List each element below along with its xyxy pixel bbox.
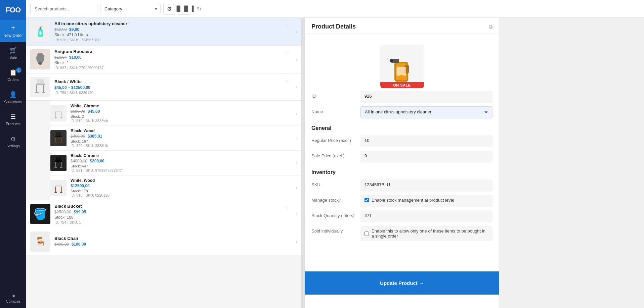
sidebar-item-label-products: Products [6,122,20,126]
svg-rect-17 [61,137,61,143]
product-name-4: Black Bucket [54,204,292,209]
variant-item-2[interactable]: Black, Wood $400,00 $385,01 Stock: 167 I… [50,126,301,151]
product-info-3: Black / White $45,00 – $12500,00 ID: 759… [54,79,292,95]
variant-arrow-3[interactable]: › [296,160,297,166]
svg-rect-7 [42,92,45,93]
name-label: Name [311,106,355,114]
sidebar-item-settings[interactable]: ⚙ Settings [0,131,26,153]
product-stock-4: Stock: 108 [54,215,292,220]
general-section-title: General [311,125,492,131]
variant-sale-4: $12500,00 [71,184,90,188]
product-item-1[interactable]: 🧴 All in one citrus upholstery cleaner $… [26,18,301,46]
svg-rect-24 [54,167,57,167]
product-item-3-group: Black / White $45,00 – $12500,00 ID: 759… [26,73,301,200]
product-item-2[interactable]: Anigram Roostera $10,94 $10,00 Stock: 1 … [26,46,301,73]
detail-header: Product Details ⧉ [305,18,499,34]
sidebar-item-orders[interactable]: 📋 Orders 1 [0,64,26,86]
category-select[interactable]: Category All Categories Cleaners Furnitu… [100,4,161,14]
new-order-button[interactable]: + New Order [0,20,26,42]
variant-item-1[interactable]: White, Chrome $699,99 $45,00 Stock: 2 ID… [50,101,301,126]
detail-row-manage-stock: Manage stock? Enable stock management at… [311,195,492,207]
external-link-icon[interactable]: ⧉ [489,24,492,30]
arrow-icon-5[interactable]: › [296,239,297,244]
detail-row-sold-individually: Sold individually Enable this to allow o… [311,226,492,241]
svg-rect-23 [61,162,61,167]
manage-stock-checkbox-label: Enable stock management at product level [372,198,454,203]
star-icon-2[interactable]: ☆ [285,50,289,56]
arrow-icon-4[interactable]: › [296,211,297,217]
svg-rect-35 [390,59,393,62]
variant-item-4[interactable]: White, Wood $12500,00 Stock: 179 ID: 818… [50,175,301,200]
product-thumb-3 [30,77,50,97]
sidebar-item-customers[interactable]: 👤 Customers [0,86,26,108]
svg-rect-21 [55,160,62,162]
product-price-1: $10,00 $9,00 [54,27,292,32]
main-area: Category All Categories Cleaners Furnitu… [26,0,644,308]
detail-row-sku: SKU 1234567BLU [311,179,492,192]
filter-button[interactable]: ⚙ [163,3,175,15]
variant-arrow-1[interactable]: › [296,111,297,116]
stock-qty-label: Stock Quantity (Liters) [311,210,355,218]
sku-value[interactable]: 1234567BLU [360,179,492,192]
chair-variant-3 [52,156,65,170]
star-icon-3[interactable]: ☆ [285,78,289,84]
arrow-icon-1[interactable]: › [296,29,297,34]
detail-row-stock-qty: Stock Quantity (Liters) 471 [311,210,492,222]
sidebar-item-label-sale: Sale [9,55,17,59]
refresh-button[interactable]: ↻ [193,3,205,15]
manage-stock-value: Enable stock management at product level [360,195,492,207]
variant-stock-1: Stock: 2 [71,114,292,118]
variant-arrow-4[interactable]: › [296,185,297,191]
sold-individually-checkbox-row: Enable this to allow only one of these i… [364,228,488,239]
product-thumb-5: 🪑 [30,232,50,252]
orders-icon: 📋 [9,69,17,76]
app-logo: FOO [0,0,26,20]
variant-item-3[interactable]: Black, Chrome $4000,00 $200,00 Stock: 44… [50,151,301,175]
product-price-5: $400,00 $100,00 [54,242,292,247]
product-item-3[interactable]: Black / White $45,00 – $12500,00 ID: 759… [26,73,301,101]
sale-price-4: $99,95 [74,210,86,214]
manage-stock-checkbox[interactable] [364,198,369,202]
barcode-button[interactable]: ▐▌▐▌▐ [178,3,190,15]
sale-price-5: $100,00 [72,242,86,247]
svg-rect-29 [61,187,61,192]
variant-meta-2: ID: 820 | SKU: 3333blk [71,144,292,148]
product-image-2 [32,51,48,67]
update-product-button[interactable]: Update Product → [311,277,492,289]
sidebar-item-products[interactable]: ☰ Products [0,108,26,131]
sold-individually-checkbox-label: Enable this to allow only one of these i… [372,228,488,239]
svg-rect-13 [60,117,62,118]
regular-price-value[interactable]: 10 [360,135,492,147]
product-item-5[interactable]: 🪑 Black Chair $400,00 $100,00 › [26,228,301,255]
product-info-5: Black Chair $400,00 $100,00 [54,236,292,247]
collapse-icon: ◀ [12,294,14,298]
name-value[interactable]: All in one citrus upholstery cleaner ★ [360,106,492,118]
collapse-button[interactable]: ◀ Collapse [0,289,26,308]
product-price-3: $45,00 – $12500,00 [54,85,292,90]
arrow-icon-2[interactable]: › [296,57,297,62]
detail-row-regular-price: Regular Price (excl.) 10 [311,135,492,147]
product-thumb-4: 🪣 [30,204,50,224]
product-item-4[interactable]: 🪣 Black Bucket $2500,00 $99,95 Stock: 10… [26,200,301,228]
id-value: 926 [360,91,492,103]
product-name-1: All in one citrus upholstery cleaner [54,21,292,26]
star-icon-4[interactable]: ☆ [285,204,289,211]
stock-qty-value[interactable]: 471 [360,210,492,222]
svg-rect-12 [54,117,57,118]
sale-price-1: $9,00 [69,27,79,32]
sale-price-value[interactable]: 9 [360,151,492,163]
detail-row-name: Name All in one citrus upholstery cleane… [311,106,492,118]
search-input[interactable] [30,4,97,14]
variants-section-3: White, Chrome $699,99 $45,00 Stock: 2 ID… [50,101,301,200]
resize-handle[interactable] [302,18,304,308]
variant-price-3: $4000,00 $200,00 [71,159,292,163]
barcode-icon: ▐▌▐▌▐ [175,6,194,12]
svg-rect-14 [56,132,61,136]
sidebar-item-sale[interactable]: 🛒 Sale [0,42,26,64]
arrow-icon-3[interactable]: › [296,84,297,90]
customers-icon: 👤 [9,91,17,98]
collapse-label: Collapse [6,299,20,303]
star-icon-1[interactable]: ☆ [285,22,289,28]
sold-individually-checkbox[interactable] [364,232,369,236]
variant-arrow-2[interactable]: › [296,136,297,141]
